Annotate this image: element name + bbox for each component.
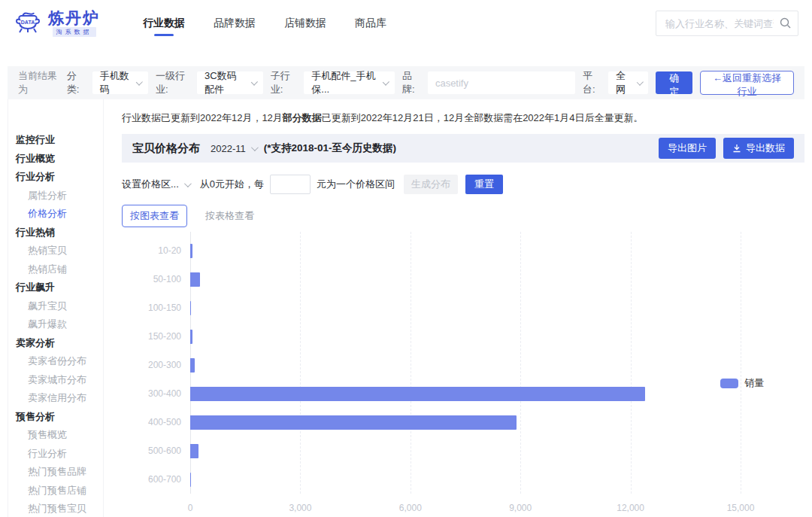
export-image-label: 导出图片 [668, 141, 707, 155]
filter-prefix: 当前结果为 [18, 69, 58, 96]
filter-bar: 当前结果为 分类: 手机数码 一级行业: 3C数码配件 子行业: 手机配件_手机… [8, 66, 804, 99]
category-label: 分类: [67, 69, 85, 96]
export-image-button[interactable]: 导出图片 [659, 138, 716, 159]
bar-row [190, 465, 741, 494]
sidebar: 监控行业行业概览行业分析属性分析价格分析行业热销热销宝贝热销店铺行业飙升飙升宝贝… [8, 99, 104, 517]
sidebar-item[interactable]: 预售概览 [16, 426, 103, 445]
sidebar-item[interactable]: 飙升爆款 [16, 315, 103, 334]
sidebar-item[interactable]: 监控行业 [16, 131, 103, 150]
gridline [741, 232, 741, 494]
chevron-down-icon [251, 78, 258, 85]
chevron-down-icon [383, 78, 389, 85]
y-category-label: 400-500 [122, 408, 190, 436]
download-icon [732, 144, 741, 153]
chart-bars [190, 236, 741, 494]
chevron-down-icon [184, 180, 192, 187]
panel-actions: 导出图片 导出数据 [659, 138, 794, 159]
sub-industry-select[interactable]: 手机配件_手机保... [304, 71, 395, 94]
notice-part2: 已更新到2022年12月21日，12月全部数据需在2022年1月4日后全量更新。 [322, 112, 644, 123]
bar[interactable] [190, 444, 198, 458]
export-data-button[interactable]: 导出数据 [723, 138, 794, 159]
platform-value: 全网 [616, 69, 631, 96]
sidebar-item[interactable]: 热销宝贝 [16, 242, 103, 260]
price-distribution-chart: 10-2050-100100-150150-200200-300300-4004… [122, 236, 804, 515]
sidebar-item[interactable]: 行业热销 [16, 224, 103, 242]
brand-input[interactable] [428, 71, 575, 94]
sidebar-item[interactable]: 热门预售品牌 [16, 463, 103, 482]
sidebar-item[interactable]: 卖家省份分布 [16, 352, 103, 371]
price-range-controls: 设置价格区... 从0元开始，每 元为一个价格区间 生成分布 重置 [122, 175, 804, 194]
tab[interactable]: 按表格查看 [198, 205, 262, 227]
sidebar-item[interactable]: 热门预售宝贝 [16, 500, 103, 517]
sidebar-item[interactable]: 行业分析 [16, 168, 103, 187]
notice-bold: 部分数据 [283, 112, 322, 123]
interval-input[interactable] [270, 175, 311, 194]
content-wrap: 监控行业行业概览行业分析属性分析价格分析行业热销热销宝贝热销店铺行业飙升飙升宝贝… [8, 99, 804, 517]
platform-select[interactable]: 全网 [608, 71, 648, 94]
back-reselect-industry-button[interactable]: ←返回重新选择行业 [700, 71, 794, 95]
main-content: 行业数据已更新到2022年12月，12月部分数据已更新到2022年12月21日，… [104, 99, 804, 517]
chevron-down-icon [636, 78, 643, 85]
month-select[interactable]: 2022-11 [211, 143, 256, 154]
sidebar-item[interactable]: 属性分析 [16, 187, 103, 205]
bar-row [190, 379, 741, 408]
bar-row [190, 293, 741, 322]
notice-part1: 行业数据已更新到2022年12月，12月 [122, 112, 283, 123]
main-nav: 行业数据品牌数据店铺数据商品库 [143, 11, 386, 36]
logo[interactable]: DATA 炼丹炉 淘系数据 [14, 10, 126, 37]
y-category-label: 600-700 [122, 465, 190, 494]
sidebar-item[interactable]: 行业概览 [16, 150, 103, 169]
category-value: 手机数码 [100, 69, 131, 96]
y-category-label: 500-600 [122, 436, 190, 465]
sidebar-item[interactable]: 行业分析 [16, 445, 103, 464]
chart-plot-area: 03,0006,0009,00012,00015,000 [190, 236, 741, 515]
svg-text:DATA: DATA [21, 20, 35, 25]
x-tick-label: 6,000 [399, 503, 422, 513]
reset-button[interactable]: 重置 [465, 175, 503, 194]
sidebar-item[interactable]: 热销店铺 [16, 260, 103, 279]
y-category-label: 150-200 [122, 322, 190, 351]
nav-item[interactable]: 店铺数据 [284, 11, 326, 36]
bar[interactable] [190, 244, 192, 258]
cauldron-logo-icon: DATA [14, 11, 42, 36]
sidebar-item[interactable]: 卖家城市分布 [16, 371, 103, 390]
sidebar-item[interactable]: 飙升宝贝 [16, 297, 103, 316]
chart-x-axis: 03,0006,0009,00012,00015,000 [190, 494, 741, 515]
category-select[interactable]: 手机数码 [92, 71, 148, 94]
level1-select[interactable]: 3C数码配件 [197, 71, 263, 94]
search-icon[interactable] [780, 17, 791, 29]
y-category-label: 100-150 [122, 293, 190, 322]
nav-item[interactable]: 商品库 [355, 11, 386, 36]
tab[interactable]: 按图表查看 [122, 205, 187, 227]
search-input[interactable] [656, 11, 798, 36]
sidebar-item[interactable]: 卖家信用分布 [16, 389, 103, 408]
price-range-mode-select[interactable]: 设置价格区... [122, 178, 189, 191]
bar[interactable] [190, 301, 191, 315]
bar[interactable] [190, 358, 195, 373]
sidebar-item[interactable]: 热门预售店铺 [16, 482, 103, 500]
app-header: DATA 炼丹炉 淘系数据 行业数据品牌数据店铺数据商品库 [0, 0, 812, 47]
confirm-button[interactable]: 确定 [656, 71, 692, 94]
nav-item[interactable]: 行业数据 [143, 11, 185, 36]
sidebar-item[interactable]: 卖家分析 [16, 334, 103, 353]
sidebar-item[interactable]: 预售分析 [16, 408, 103, 427]
chevron-down-icon [251, 144, 259, 151]
bar[interactable] [190, 272, 200, 287]
bar[interactable] [190, 415, 517, 430]
sub-industry-value: 手机配件_手机保... [311, 69, 377, 96]
chart-y-labels: 10-2050-100100-150150-200200-300300-4004… [122, 236, 190, 515]
bar-row [190, 322, 741, 351]
logo-name: 炼丹炉 [48, 10, 100, 26]
sidebar-item[interactable]: 行业飙升 [16, 278, 103, 297]
bar-row [190, 408, 741, 436]
sub-industry-label: 子行业: [271, 69, 297, 96]
generate-distribution-button[interactable]: 生成分布 [404, 175, 458, 194]
sidebar-item[interactable]: 价格分析 [16, 205, 103, 224]
level1-label: 一级行业: [156, 69, 189, 96]
nav-item[interactable]: 品牌数据 [214, 11, 256, 36]
bar[interactable] [190, 473, 191, 487]
bar[interactable] [190, 330, 192, 344]
bar[interactable] [190, 387, 645, 401]
legend-swatch [720, 379, 738, 388]
level1-value: 3C数码配件 [205, 69, 245, 96]
